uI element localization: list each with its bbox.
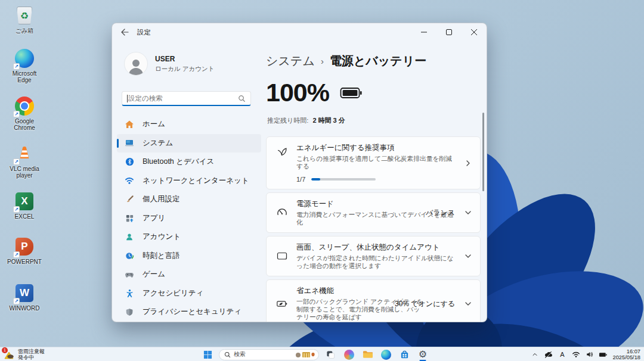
progress-label: 1/7: [296, 176, 305, 183]
shortcut-arrow-icon: ↗: [13, 63, 20, 70]
taskbar-search-box[interactable]: 検索: [219, 349, 319, 360]
battery-full-icon: [340, 86, 363, 99]
desktop-icon-label: Google Chrome: [5, 118, 44, 131]
desktop-icon-powerpoint[interactable]: P↗ POWERPNT: [5, 236, 44, 265]
search-highlight-image: [294, 350, 317, 359]
desktop-icon-excel[interactable]: X↗ EXCEL: [5, 191, 44, 220]
wifi-icon: [125, 176, 134, 185]
task-view-button[interactable]: [323, 348, 338, 361]
search-icon: [238, 95, 246, 102]
taskbar-search-placeholder: 検索: [234, 350, 294, 359]
settings-window: 設定 USER ローカル アカウント ホーム システム: [112, 23, 487, 322]
tray-volume-icon[interactable]: [585, 350, 594, 359]
nav-item-time-language[interactable]: 時刻と言語: [117, 247, 261, 266]
tray-battery-icon[interactable]: [599, 350, 608, 359]
settings-nav: ホーム システム Bluetooth とデバイス ネットワークとインターネット …: [117, 115, 261, 322]
card-screen-sleep-timeouts[interactable]: 画面、スリープ、休止状態のタイムアウト デバイスが指定された時間にわたりアイドル…: [266, 236, 481, 276]
shortcut-arrow-icon: ↗: [13, 111, 20, 117]
avatar: [124, 52, 148, 76]
card-title: 省エネ機能: [296, 286, 456, 296]
desktop-icon-label: EXCEL: [15, 213, 35, 220]
desktop-icon-recycle-bin[interactable]: ♻ ごみ箱: [5, 5, 44, 34]
file-explorer-button[interactable]: [360, 348, 374, 361]
chrome-icon: ↗: [14, 95, 35, 117]
window-title: 設定: [137, 28, 151, 37]
nav-item-home[interactable]: ホーム: [117, 115, 261, 134]
clock-time: 16:07: [612, 348, 640, 355]
settings-gear-icon: ⚙: [419, 350, 427, 359]
shortcut-arrow-icon: ↗: [13, 298, 20, 304]
settings-search-box[interactable]: [122, 91, 251, 106]
bluetooth-icon: [125, 157, 134, 167]
screen-timeout-icon: [276, 250, 288, 262]
file-explorer-icon: [363, 350, 373, 359]
breadcrumb-parent[interactable]: システム: [266, 53, 315, 69]
nav-item-network-internet[interactable]: ネットワークとインターネット: [117, 172, 261, 191]
tray-wifi-icon[interactable]: [571, 350, 580, 359]
desktop-icon-edge[interactable]: ↗ Microsoft Edge: [5, 48, 44, 83]
desktop-icon-label: POWERPNT: [7, 259, 42, 265]
windows-logo-icon: [203, 350, 212, 359]
desktop-icon-label: WINWORD: [9, 305, 39, 312]
powerpoint-icon: P↗: [14, 236, 35, 257]
excel-icon: X↗: [14, 191, 35, 212]
breadcrumb-separator: ›: [321, 56, 324, 66]
progress-bar: [311, 178, 376, 181]
scrollbar-thumb[interactable]: [482, 113, 484, 191]
desktop-icon-label: VLC media player: [5, 166, 44, 179]
card-power-mode[interactable]: 電源モード 電力消費とパフォーマンスに基づいてデバイスを最適化 バランス: [266, 192, 481, 233]
card-energy-saver[interactable]: 省エネ機能 一部のバックグラウンド アクティビティを制限することで、電力消費を削…: [266, 279, 481, 322]
nav-item-apps[interactable]: アプリ: [117, 209, 261, 228]
desktop-icon-word[interactable]: W↗ WINWORD: [5, 282, 44, 312]
chevron-down-icon: [465, 300, 472, 307]
nav-item-accounts[interactable]: アカウント: [117, 228, 261, 247]
settings-search-input[interactable]: [128, 95, 238, 102]
desktop-icon-chrome[interactable]: ↗ Google Chrome: [5, 95, 44, 131]
apps-icon: [125, 213, 134, 223]
nav-item-bluetooth-devices[interactable]: Bluetooth とデバイス: [117, 153, 261, 172]
nav-item-personalization[interactable]: 個人用設定: [117, 190, 261, 209]
desktop-icon-vlc[interactable]: ↗ VLC media player: [5, 143, 44, 179]
tray-clock[interactable]: 16:07 2025/05/18: [612, 348, 640, 361]
copilot-icon: [344, 350, 354, 360]
clock-globe-icon: [125, 251, 134, 260]
tray-chevron-up-icon[interactable]: [530, 350, 539, 359]
card-description: デバイスが指定された時間にわたりアイドル状態になった場合の動作を選択します: [296, 254, 456, 270]
battery-percent: 100%: [266, 78, 329, 107]
weather-alert-status: 発令中: [18, 354, 45, 360]
home-icon: [125, 120, 134, 129]
card-title: 画面、スリープ、休止状態のタイムアウト: [296, 242, 456, 253]
card-energy-recommendations[interactable]: エネルギーに関する推奨事項 これらの推奨事項を適用して二酸化炭素排出量を削減する…: [266, 136, 481, 189]
chevron-right-icon: [465, 160, 472, 167]
user-account-chip[interactable]: USER ローカル アカウント: [124, 52, 214, 76]
ime-mode-indicator[interactable]: A: [558, 350, 566, 359]
vlc-icon: ↗: [14, 143, 35, 164]
start-button[interactable]: [200, 348, 215, 361]
selection-accent-bar: [117, 139, 119, 148]
nav-item-accessibility[interactable]: アクセシビリティ: [117, 284, 261, 303]
onedrive-paused-icon[interactable]: [544, 350, 553, 359]
shortcut-arrow-icon: ↗: [13, 206, 20, 213]
system-icon: [125, 138, 134, 148]
settings-app-button[interactable]: ⚙: [416, 348, 430, 361]
back-button[interactable]: [119, 27, 130, 37]
microsoft-store-button[interactable]: [397, 348, 411, 361]
page-title: 電源とバッテリー: [330, 53, 426, 69]
accessibility-icon: [125, 288, 134, 298]
game-controller-icon: [125, 270, 134, 279]
chevron-down-icon: [465, 209, 472, 216]
weather-alert-title: 雷雨注意報: [18, 348, 45, 354]
nav-item-system[interactable]: システム: [117, 134, 261, 153]
edge-button[interactable]: [379, 348, 393, 361]
nav-item-gaming[interactable]: ゲーム: [117, 265, 261, 284]
energy-saver-battery-icon: [276, 298, 288, 310]
breadcrumb: システム › 電源とバッテリー: [266, 53, 426, 69]
word-icon: W↗: [14, 282, 35, 304]
weather-widget[interactable]: 1 雷雨注意報 発令中: [3, 348, 45, 361]
weather-alert-icon: 1: [3, 349, 15, 360]
notification-badge: 1: [2, 347, 8, 353]
nav-item-privacy-security[interactable]: プライバシーとセキュリティ: [117, 303, 261, 322]
copilot-button[interactable]: [342, 348, 356, 361]
edge-icon: ↗: [14, 48, 35, 69]
person-icon: [125, 232, 134, 242]
